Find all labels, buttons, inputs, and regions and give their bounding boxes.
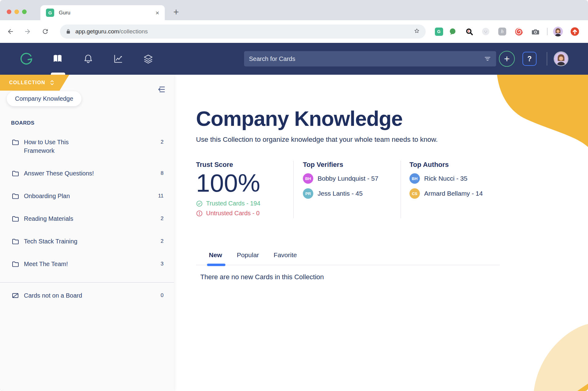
new-tab-button[interactable]: + [173,7,179,17]
top-authors-section: Top Authors BH Rick Nucci - 35 CS Armard… [401,161,483,218]
unboarded-cards-icon [12,292,19,299]
active-nav-indicator [51,73,65,75]
forward-button[interactable] [24,28,31,35]
minimize-window-button[interactable] [14,9,19,14]
person-label: Rick Nucci - 35 [424,175,467,182]
card-search-bar[interactable] [244,51,496,66]
create-card-button[interactable]: + [499,51,515,67]
reload-button[interactable] [42,28,49,35]
folder-icon [12,238,19,245]
board-count: 8 [161,169,164,178]
cards-tabs: New Popular Favorite [196,251,500,262]
search-input[interactable] [249,55,484,62]
person-avatar: BH [303,173,313,184]
back-button[interactable] [7,28,14,35]
board-list-item[interactable]: Answer These Questions! 8 [0,169,174,178]
browser-tab[interactable]: G Guru × [40,5,165,20]
url-path: /collections [119,28,148,35]
boards-list: How to Use This Framework 2 Answer These… [0,138,174,268]
trusted-cards-label: Trusted Cards - 194 [206,200,260,207]
cards-tab[interactable]: Popular [237,251,259,262]
person-label: Bobby Lundquist - 57 [318,175,378,182]
close-window-button[interactable] [7,9,11,14]
cards-tab[interactable]: Favorite [274,251,297,262]
collections-layers-icon[interactable] [143,54,153,64]
person-row[interactable]: BH Bobby Lundquist - 57 [303,173,401,184]
board-count: 11 [158,192,164,200]
trust-score-heading: Trust Score [196,161,293,169]
alert-circle-icon [196,210,203,217]
browser-toolbar: app.getguru.com/collections G F h [0,20,588,43]
decorative-blob-top-right [496,75,588,148]
person-avatar: CS [409,188,420,199]
bookmark-star-icon[interactable] [413,28,420,36]
untrusted-cards-row[interactable]: Untrusted Cards - 0 [196,210,293,217]
trusted-cards-row[interactable]: Trusted Cards - 194 [196,200,293,207]
person-row[interactable]: PR Jess Lantis - 45 [303,188,401,199]
person-row[interactable]: CS Armard Bellamy - 14 [409,188,483,199]
honey-extension-icon[interactable]: h [498,27,507,36]
top-verifiers-section: Top Verifiers BH Bobby Lundquist - 57 PR… [294,161,401,218]
analytics-chart-icon[interactable] [113,54,123,64]
chat-bubble-extension-icon[interactable] [448,27,457,36]
board-count: 2 [161,138,164,146]
board-count: 3 [161,260,164,268]
guru-extension-icon[interactable]: G [435,27,443,36]
guru-favicon-icon: G [46,9,54,17]
tab-close-icon[interactable]: × [156,9,159,17]
svg-text:F: F [468,29,469,33]
user-avatar[interactable] [554,51,568,66]
notifications-bell-icon[interactable] [83,54,93,64]
address-bar[interactable]: app.getguru.com/collections [60,24,426,39]
zoom-window-button[interactable] [22,9,27,14]
untrusted-cards-label: Untrusted Cards - 0 [206,210,260,217]
collection-stats: Trust Score 100% Trusted Cards - 194 Unt… [196,161,588,218]
board-label: How to Use This Framework [24,138,100,155]
browser-tab-strip: G Guru × + [0,0,588,20]
collection-switcher[interactable]: COLLECTION [0,75,69,91]
navbar-divider [547,52,547,66]
folder-icon [12,170,19,177]
cards-not-on-board-item[interactable]: Cards not on a Board 0 [0,291,174,300]
boards-heading: BOARDS [11,120,174,126]
board-list-item[interactable]: Tech Stack Training 2 [0,237,174,246]
collection-sidebar: COLLECTION Company Knowledge BOARDS How … [0,75,174,391]
face-extension-icon[interactable] [481,27,490,36]
decorative-blob-bottom-right [530,314,588,391]
browser-profile-avatar[interactable] [553,27,563,36]
folder-icon [12,260,19,268]
trust-score-value: 100% [196,170,293,196]
magnifier-extension-icon[interactable]: F [465,27,473,36]
folder-icon [12,215,19,222]
upload-arrow-icon[interactable] [570,27,579,36]
trust-score-section: Trust Score 100% Trusted Cards - 194 Unt… [196,161,293,218]
pinwheel-extension-icon[interactable] [514,27,523,36]
board-list-item[interactable]: Reading Materials 2 [0,214,174,223]
lock-icon [66,29,71,34]
guru-logo-icon[interactable] [19,52,33,66]
window-controls [7,9,27,14]
person-row[interactable]: BH Rick Nucci - 35 [409,173,483,184]
browser-window: G Guru × + app.getguru.com/collections G [0,0,588,391]
active-tab-underline [207,264,225,266]
person-label: Jess Lantis - 45 [318,190,363,197]
top-verifiers-heading: Top Verifiers [303,161,401,169]
tabs-divider [196,265,500,265]
help-button[interactable]: ? [522,52,537,66]
board-label: Answer These Questions! [24,169,94,178]
cards-tabs-block: New Popular Favorite [196,251,500,265]
knowledge-book-icon[interactable] [52,54,63,64]
board-list-item[interactable]: Meet The Team! 3 [0,260,174,268]
board-list-item[interactable]: Onboarding Plan 11 [0,192,174,200]
collapse-sidebar-icon[interactable] [157,86,165,93]
filter-icon[interactable] [484,55,491,62]
board-label: Tech Stack Training [24,237,77,246]
camera-extension-icon[interactable] [531,27,540,36]
current-collection-pill[interactable]: Company Knowledge [7,91,81,106]
person-label: Armard Bellamy - 14 [424,190,483,197]
top-authors-heading: Top Authors [409,161,483,169]
person-avatar: PR [303,188,313,199]
cards-tab[interactable]: New [209,251,222,262]
board-count: 2 [161,237,164,246]
board-list-item[interactable]: How to Use This Framework 2 [0,138,174,155]
